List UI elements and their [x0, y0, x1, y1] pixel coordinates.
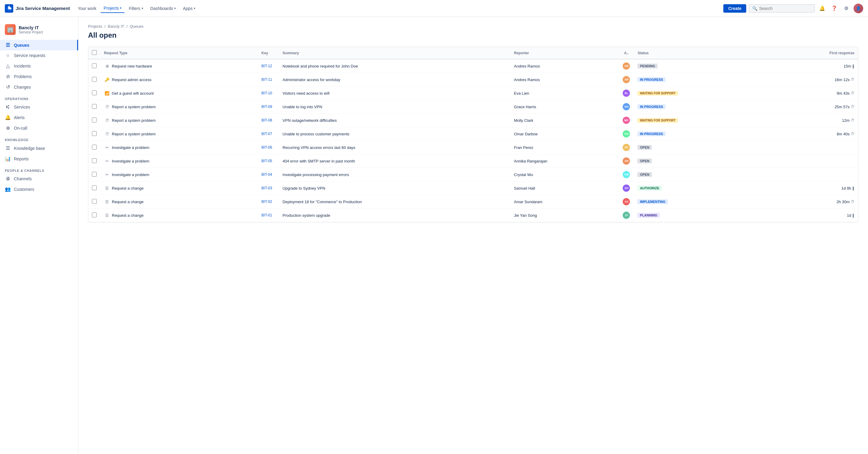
table-row: 🔑 Request admin access BIT-11 Administra…	[88, 73, 858, 87]
help-button[interactable]: ❓	[830, 4, 839, 13]
row-key-7[interactable]: BIT-05	[258, 154, 279, 168]
row-checkbox-cell-2[interactable]	[88, 87, 100, 100]
req-type-icon-7: ✂	[104, 158, 110, 164]
row-key-5[interactable]: BIT-07	[258, 127, 279, 141]
nav-projects[interactable]: Projects ▾	[101, 4, 125, 13]
row-key-2[interactable]: BIT-10	[258, 87, 279, 100]
sidebar-item-services[interactable]: ⑆ Services	[0, 102, 78, 112]
row-first-response-2: 9m 43s ⏱	[761, 87, 858, 100]
search-icon: 🔍	[752, 6, 757, 11]
settings-button[interactable]: ⚙	[841, 4, 851, 13]
sidebar-item-changes[interactable]: ↺ Changes	[0, 82, 78, 92]
col-key: Key	[258, 47, 279, 59]
row-checkbox-cell-4[interactable]	[88, 114, 100, 127]
select-all-checkbox[interactable]	[92, 50, 97, 55]
row-checkbox-cell-0[interactable]	[88, 59, 100, 73]
row-summary-8[interactable]: Investigate processing payment errors	[279, 168, 510, 181]
row-checkbox-cell-1[interactable]	[88, 73, 100, 87]
row-checkbox-7[interactable]	[92, 158, 97, 163]
row-key-9[interactable]: BIT-03	[258, 181, 279, 195]
row-summary-9[interactable]: Upgrade to Sydney VPN	[279, 181, 510, 195]
breadcrumb-queues[interactable]: Queues	[130, 24, 144, 29]
app-logo[interactable]: Jira Service Management	[5, 4, 70, 13]
row-first-response-0: 15m ‖	[761, 59, 858, 73]
row-checkbox-0[interactable]	[92, 63, 97, 68]
fr-clock-icon-3: ⏱	[851, 104, 855, 109]
breadcrumb-bancly-it[interactable]: Bancly IT	[108, 24, 124, 29]
row-checkbox-cell-11[interactable]	[88, 209, 100, 222]
row-checkbox-2[interactable]	[92, 90, 97, 95]
breadcrumb-projects[interactable]: Projects	[88, 24, 102, 29]
sidebar-item-oncall[interactable]: ⊕ On-call	[0, 123, 78, 133]
search-box[interactable]: 🔍	[749, 4, 815, 13]
row-summary-1[interactable]: Administrator access for workday	[279, 73, 510, 87]
user-avatar[interactable]: 👤	[854, 4, 863, 13]
sidebar-item-problems[interactable]: ⊘ Problems	[0, 71, 78, 82]
row-checkbox-cell-10[interactable]	[88, 195, 100, 209]
row-req-type-10: ☰ Request a change	[100, 195, 258, 209]
row-summary-5[interactable]: Unable to process customer payments	[279, 127, 510, 141]
nav-filters[interactable]: Filters ▾	[126, 4, 146, 13]
status-badge-11: PLANNING	[638, 213, 659, 218]
row-checkbox-8[interactable]	[92, 172, 97, 177]
sidebar-item-queues[interactable]: ☰ Queues	[0, 40, 78, 50]
row-checkbox-9[interactable]	[92, 185, 97, 190]
row-key-4[interactable]: BIT-08	[258, 114, 279, 127]
row-key-6[interactable]: BIT-06	[258, 141, 279, 154]
row-first-response-7	[761, 154, 858, 168]
req-type-icon-2: 📶	[104, 90, 110, 96]
row-summary-11[interactable]: Production system upgrade	[279, 209, 510, 222]
nav-your-work[interactable]: Your work	[75, 4, 99, 13]
service-requests-icon: ○	[5, 53, 11, 58]
notifications-button[interactable]: 🔔	[817, 4, 827, 13]
nav-dashboards[interactable]: Dashboards ▾	[147, 4, 179, 13]
nav-apps[interactable]: Apps ▾	[180, 4, 198, 13]
req-type-icon-5: ⏱	[104, 131, 110, 137]
sidebar-item-knowledge-base[interactable]: ☰ Knowledge base	[0, 143, 78, 153]
row-first-response-3: 25m 57s ⏱	[761, 100, 858, 114]
row-key-10[interactable]: BIT-02	[258, 195, 279, 209]
req-type-icon-6: ✂	[104, 144, 110, 150]
sidebar-item-reports[interactable]: 📊 Reports	[0, 153, 78, 164]
col-select-all[interactable]	[88, 47, 100, 59]
row-checkbox-10[interactable]	[92, 199, 97, 204]
row-summary-0[interactable]: Notebook and phone required for John Doe	[279, 59, 510, 73]
row-req-type-1: 🔑 Request admin access	[100, 73, 258, 87]
row-checkbox-cell-7[interactable]	[88, 154, 100, 168]
app-layout: 🏢 Bancly IT Service Project ☰ Queues ○ S…	[0, 17, 868, 454]
row-checkbox-5[interactable]	[92, 131, 97, 136]
sidebar-item-service-requests[interactable]: ○ Service requests	[0, 50, 78, 61]
row-key-11[interactable]: BIT-01	[258, 209, 279, 222]
row-summary-4[interactable]: VPN outage/network difficulties	[279, 114, 510, 127]
search-input[interactable]	[759, 6, 811, 11]
row-key-0[interactable]: BIT-12	[258, 59, 279, 73]
sidebar-item-alerts[interactable]: 🔔 Alerts	[0, 112, 78, 123]
row-checkbox-cell-3[interactable]	[88, 100, 100, 114]
row-key-1[interactable]: BIT-11	[258, 73, 279, 87]
app-title: Jira Service Management	[16, 6, 70, 11]
row-checkbox-cell-6[interactable]	[88, 141, 100, 154]
row-checkbox-4[interactable]	[92, 118, 97, 122]
row-checkbox-cell-5[interactable]	[88, 127, 100, 141]
row-checkbox-cell-9[interactable]	[88, 181, 100, 195]
row-summary-3[interactable]: Unable to log into VPN	[279, 100, 510, 114]
req-type-icon-1: 🔑	[104, 77, 110, 83]
sidebar-item-incidents[interactable]: △ Incidents	[0, 61, 78, 71]
row-checkbox-3[interactable]	[92, 104, 97, 109]
row-summary-6[interactable]: Recurring VPN access errors last 60 days	[279, 141, 510, 154]
row-key-8[interactable]: BIT-04	[258, 168, 279, 181]
row-summary-2[interactable]: Visitors need access to wifi	[279, 87, 510, 100]
status-badge-4: WAITING FOR SUPPORT	[638, 118, 678, 123]
sidebar-item-customers[interactable]: 👥 Customers	[0, 184, 78, 194]
sidebar-item-channels[interactable]: 🖥 Channels	[0, 174, 78, 184]
row-checkbox-cell-8[interactable]	[88, 168, 100, 181]
row-checkbox-11[interactable]	[92, 213, 97, 217]
row-req-type-9: ☰ Request a change	[100, 181, 258, 195]
row-summary-10[interactable]: Deployment 18 for "Commerce" to Producti…	[279, 195, 510, 209]
row-summary-7[interactable]: 404 error with SMTP server in past month	[279, 154, 510, 168]
assignee-avatar-0: AR	[623, 62, 630, 70]
row-checkbox-1[interactable]	[92, 77, 97, 82]
create-button[interactable]: Create	[723, 4, 746, 13]
row-key-3[interactable]: BIT-09	[258, 100, 279, 114]
row-checkbox-6[interactable]	[92, 145, 97, 150]
